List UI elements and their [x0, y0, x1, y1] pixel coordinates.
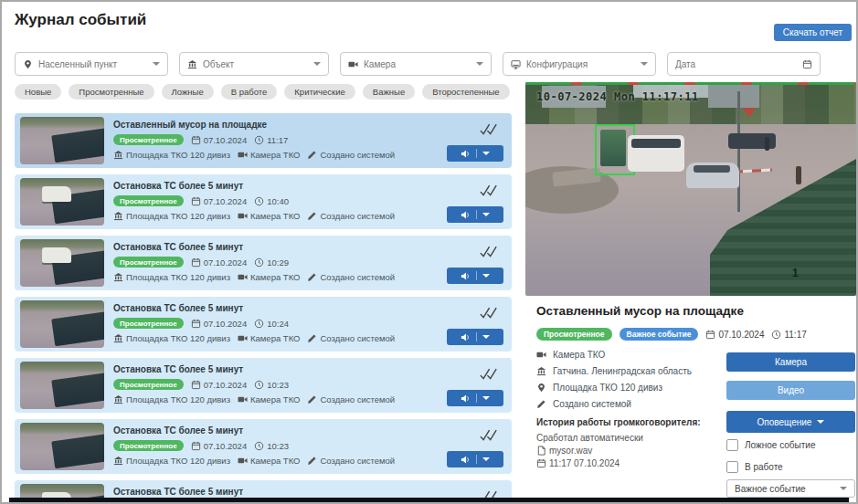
event-title: Оставленный мусор на площадке — [113, 120, 424, 130]
camera-icon — [238, 150, 248, 160]
event-thumbnail[interactable] — [20, 239, 104, 287]
calendar-icon — [802, 59, 812, 69]
double-check-icon — [479, 307, 498, 319]
car-shape — [686, 163, 739, 188]
camera-icon — [536, 350, 546, 360]
video-button[interactable]: Видео — [726, 381, 855, 400]
event-date: 07.10.2024 — [191, 441, 248, 451]
chip-viewed[interactable]: Просмотренные — [69, 84, 154, 100]
detail-camera: Камера ТКО — [536, 350, 692, 360]
status-badge: Просмотренное — [113, 195, 184, 206]
checkbox-box[interactable] — [726, 461, 738, 473]
event-row[interactable]: Остановка ТС более 5 минут Просмотренное… — [15, 236, 512, 290]
speaker-button[interactable] — [447, 268, 503, 284]
speaker-icon — [461, 394, 471, 404]
event-title: Остановка ТС более 5 минут — [113, 425, 424, 436]
event-body: Оставленный мусор на площадке Просмотрен… — [113, 113, 424, 160]
event-row[interactable]: Остановка ТС более 5 минут Просмотренное… — [15, 174, 512, 229]
calendar-icon — [191, 196, 201, 206]
event-title: Остановка ТС более 5 минут — [113, 303, 424, 313]
event-thumbnail[interactable] — [20, 117, 104, 164]
file-icon — [536, 446, 546, 456]
speaker-button[interactable] — [447, 206, 503, 223]
event-row[interactable]: Остановка ТС более 5 минут Просмотренное… — [15, 358, 512, 413]
calendar-icon — [191, 135, 201, 145]
chevron-down-icon — [840, 487, 847, 490]
divider — [476, 455, 477, 464]
event-row[interactable]: Остановка ТС более 5 минут Просмотренное… — [15, 419, 512, 474]
importance-select[interactable]: Важное событие — [726, 479, 855, 498]
bottom-bar — [9, 498, 849, 504]
download-report-button[interactable]: Скачать отчет — [774, 24, 852, 41]
event-thumbnail[interactable] — [20, 300, 104, 348]
event-creator: Создано системой — [307, 272, 395, 282]
speaker-button[interactable] — [447, 451, 503, 467]
chip-new[interactable]: Новые — [15, 84, 61, 100]
filter-object-select[interactable]: Объект — [179, 52, 329, 76]
speaker-icon — [461, 149, 471, 159]
event-meta: Площадка ТКО 120 дивиз Камера ТКО Создан… — [113, 272, 424, 282]
pencil-icon — [307, 394, 317, 404]
calendar-icon — [191, 257, 201, 268]
speaker-button[interactable] — [447, 329, 503, 345]
chevron-down-icon — [476, 62, 483, 66]
status-badge: Просмотренное — [536, 328, 612, 341]
pencil-icon — [536, 399, 546, 409]
speaker-button[interactable] — [447, 390, 503, 406]
event-thumbnail[interactable] — [20, 178, 104, 226]
chip-secondary[interactable]: Второстепенные — [422, 84, 509, 100]
pole-shape — [737, 91, 740, 212]
chip-important[interactable]: Важные — [363, 84, 415, 100]
speaker-button[interactable] — [447, 145, 503, 162]
event-date: 07.10.2024 — [191, 380, 248, 390]
event-row[interactable]: Остановка ТС более 5 минут Просмотренное… — [15, 297, 512, 352]
osd-color-strip — [525, 82, 856, 85]
double-check-icon — [479, 246, 498, 257]
filter-camera-select[interactable]: Камера — [340, 52, 492, 76]
event-title: Остановка ТС более 5 минут — [113, 364, 424, 374]
filter-label: Камера — [364, 59, 471, 69]
filter-date-input[interactable]: Дата — [667, 52, 821, 76]
filter-settlement-select[interactable]: Населенный пункт — [15, 52, 168, 76]
event-thumbnail[interactable] — [20, 423, 104, 470]
event-body: Остановка ТС более 5 минут Просмотренное… — [113, 236, 424, 282]
history-datetime: 11:17 07.10.2024 — [536, 458, 643, 468]
filters-bar: Населенный пункт Объект Камера Конфигура… — [15, 52, 821, 76]
chevron-down-icon — [482, 152, 490, 155]
event-badges: Просмотренное 07.10.2024 10:23 — [113, 379, 424, 390]
event-camera: Камера ТКО — [238, 150, 300, 160]
road-sign-shape — [743, 108, 756, 118]
event-badges: Просмотренное 07.10.2024 10:40 — [113, 195, 424, 206]
event-badges: Просмотренное 07.10.2024 11:17 — [113, 134, 424, 145]
calendar-icon — [191, 319, 201, 329]
chip-false[interactable]: Ложные — [162, 84, 214, 100]
event-time: 10:29 — [254, 257, 289, 268]
calendar-icon — [536, 458, 546, 468]
filter-configuration-select[interactable]: Конфигурация — [503, 52, 656, 76]
event-body: Остановка ТС более 5 минут Просмотренное… — [113, 419, 424, 466]
event-row[interactable]: Оставленный мусор на площадке Просмотрен… — [15, 113, 512, 168]
event-thumbnail[interactable] — [20, 362, 104, 409]
event-camera: Камера ТКО — [238, 211, 300, 221]
chip-in-progress[interactable]: В работе — [221, 84, 278, 100]
checkbox-box[interactable] — [726, 439, 738, 451]
alert-button[interactable]: Оповещение — [726, 411, 855, 433]
chip-critical[interactable]: Критические — [284, 84, 355, 100]
event-title: Остановка ТС более 5 минут — [113, 242, 424, 252]
camera-button[interactable]: Камера — [726, 352, 855, 372]
double-check-icon — [479, 368, 498, 380]
calendar-icon — [191, 380, 201, 390]
event-badges: Просмотренное 07.10.2024 10:24 — [113, 318, 424, 329]
in-progress-checkbox[interactable]: В работе — [726, 461, 783, 473]
event-date: 07.10.2024 — [191, 196, 248, 206]
false-event-checkbox[interactable]: Ложное событие — [726, 439, 815, 451]
event-badges: Просмотренное 07.10.2024 10:23 — [113, 440, 424, 451]
speaker-history-title: История работы громкоговорителя: — [536, 417, 701, 427]
double-check-icon — [479, 429, 498, 441]
filter-label: Объект — [203, 59, 308, 69]
camera-preview[interactable]: 10-07-2024 Mon 11:17:11 1 — [525, 82, 856, 296]
camera-icon — [238, 456, 248, 466]
events-list: Оставленный мусор на площадке Просмотрен… — [15, 113, 512, 504]
chevron-down-icon — [482, 457, 490, 461]
event-camera: Камера ТКО — [238, 333, 300, 343]
